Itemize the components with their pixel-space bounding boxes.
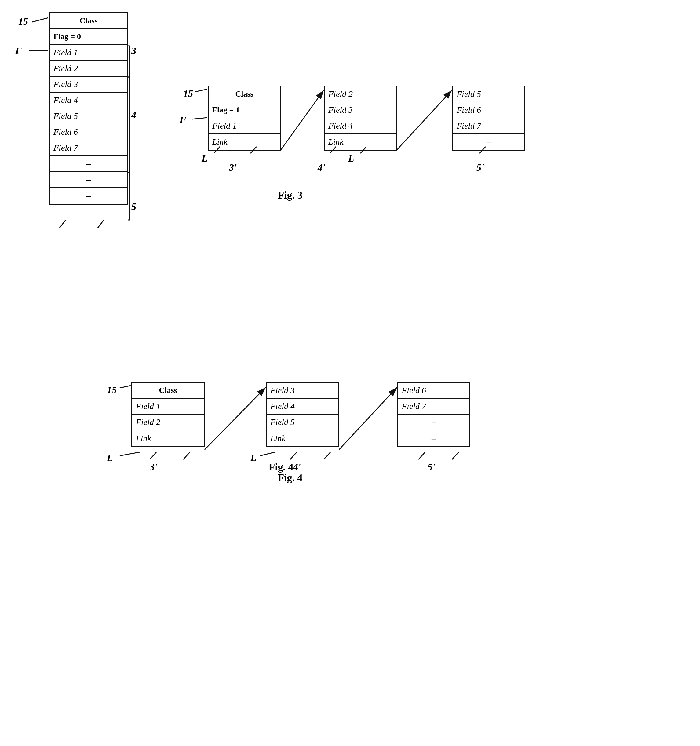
fig3-4p-link: Link: [324, 134, 396, 150]
fig3-main-field7: Field 7: [50, 140, 127, 156]
fig3-main-field1: Field 1: [50, 45, 127, 61]
fig3-main-flag: Flag = 0: [50, 29, 127, 45]
fig3-label-F-main: F: [15, 45, 22, 57]
fig3-main-field5: Field 5: [50, 108, 127, 124]
fig4-caption: Fig. 4: [251, 461, 311, 473]
fig4-5p-dash1: –: [398, 415, 469, 430]
svg-line-31: [452, 452, 459, 459]
svg-line-27: [183, 452, 190, 459]
svg-line-29: [324, 452, 330, 459]
fig3-3p-field1: Field 1: [209, 118, 280, 134]
fig4-caption-proper: Fig. 4: [257, 472, 324, 484]
svg-line-25: [339, 387, 397, 450]
fig3-label-F-box3: F: [180, 114, 186, 126]
fig3-main-dash1: –: [50, 156, 127, 172]
fig3-3p-link: Link: [209, 134, 280, 150]
fig3-5p-field5: Field 5: [453, 86, 524, 102]
svg-line-30: [418, 452, 425, 459]
fig3-label-15-box3: 15: [183, 88, 193, 99]
fig4-5p-dash2: –: [398, 430, 469, 446]
fig3-main-field6: Field 6: [50, 124, 127, 140]
fig3-label-5prime: 5': [476, 162, 484, 173]
fig3-3p-flag: Flag = 1: [209, 102, 280, 118]
fig3-label-3prime: 3': [229, 162, 237, 173]
svg-line-15: [192, 117, 207, 119]
fig4-box5prime: Field 6 Field 7 – –: [397, 382, 470, 447]
fig3-5p-field7: Field 7: [453, 118, 524, 134]
fig4-3p-field1: Field 1: [132, 399, 204, 415]
svg-line-32: [60, 220, 66, 228]
fig3-main-class: Class: [50, 13, 127, 29]
svg-line-22: [120, 452, 140, 456]
fig3-label-4prime: 4': [318, 162, 325, 173]
fig4-label-L-left: L: [107, 452, 113, 463]
fig4-label-15: 15: [107, 384, 117, 396]
svg-line-1: [32, 18, 48, 22]
svg-line-33: [98, 220, 104, 228]
diagram-container: Class Flag = 0 Field 1 Field 2 Field 3 F…: [0, 0, 700, 746]
fig3-box3prime: Class Flag = 1 Field 1 Link: [208, 86, 281, 151]
svg-line-26: [150, 452, 156, 459]
fig4-5p-field6: Field 6: [398, 383, 469, 399]
fig4-3p-field2: Field 2: [132, 415, 204, 430]
fig3-main-field3: Field 3: [50, 77, 127, 93]
fig3-caption: Fig. 3: [244, 190, 336, 201]
fig4-3p-link: Link: [132, 430, 204, 446]
fig4-4p-link: Link: [267, 430, 338, 446]
fig3-main-dash2: –: [50, 172, 127, 188]
svg-line-13: [397, 90, 452, 150]
fig3-label-5-main: 5: [131, 201, 136, 212]
svg-line-21: [120, 385, 131, 388]
fig3-box4prime: Field 2 Field 3 Field 4 Link: [324, 86, 397, 151]
fig4-label-3p: 3': [150, 461, 157, 472]
fig3-label-4-main: 4: [131, 109, 136, 121]
fig4-3p-class: Class: [132, 383, 204, 399]
fig3-box5prime: Field 5 Field 6 Field 7 –: [452, 86, 525, 151]
svg-line-28: [290, 452, 297, 459]
fig4-4p-field3: Field 3: [267, 383, 338, 399]
fig3-4p-field4: Field 4: [324, 118, 396, 134]
fig4-label-5p: 5': [428, 461, 435, 472]
fig3-5p-dash: –: [453, 134, 524, 150]
fig3-4p-field2: Field 2: [324, 86, 396, 102]
svg-line-24: [204, 387, 266, 450]
fig3-main-box: Class Flag = 0 Field 1 Field 2 Field 3 F…: [49, 12, 128, 205]
fig4-4p-field4: Field 4: [267, 399, 338, 415]
fig3-main-dash3: –: [50, 188, 127, 204]
fig4-box3prime: Class Field 1 Field 2 Link: [131, 382, 204, 447]
fig3-3p-class: Class: [209, 86, 280, 102]
fig3-5p-field6: Field 6: [453, 102, 524, 118]
fig3-main-field2: Field 2: [50, 61, 127, 77]
fig4-box4prime: Field 3 Field 4 Field 5 Link: [266, 382, 339, 447]
fig3-label-L-box3-left: L: [201, 153, 208, 164]
fig4-5p-field7: Field 7: [398, 399, 469, 415]
fig3-label-15-main: 15: [18, 16, 28, 27]
fig3-4p-field3: Field 3: [324, 102, 396, 118]
fig3-main-field4: Field 4: [50, 93, 127, 108]
fig4-4p-field5: Field 5: [267, 415, 338, 430]
svg-line-12: [281, 90, 324, 150]
svg-line-23: [260, 452, 275, 456]
fig3-label-3-main: 3: [131, 45, 136, 57]
fig3-label-L-box4-right: L: [348, 153, 354, 164]
svg-line-14: [195, 89, 207, 92]
